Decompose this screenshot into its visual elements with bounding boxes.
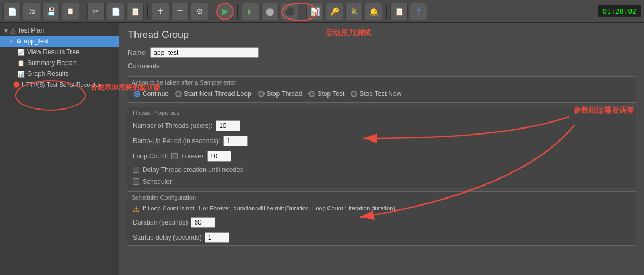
wand-button[interactable]: ⚙ — [191, 3, 208, 20]
open-button[interactable]: 🗂 — [23, 3, 40, 20]
loop-row: Loop Count: Forever — [127, 149, 636, 164]
stop-square-button[interactable]: ⬛ — [281, 3, 298, 20]
radio-continue[interactable]: Continue — [134, 90, 169, 98]
recorder-icon: ⬤ — [13, 81, 20, 88]
comments-label: Comments: — [128, 62, 161, 70]
duration-input[interactable] — [191, 217, 215, 228]
radio-label-stop-now: Stop Test Now — [359, 90, 401, 98]
table-button[interactable]: 📋 — [390, 3, 408, 20]
forever-label: Forever — [181, 152, 203, 160]
scheduler-section-title: Scheduler Configuration — [127, 192, 636, 203]
startup-label: Startup delay (seconds) — [133, 234, 202, 241]
radio-stop-test-now[interactable]: Stop Test Now — [351, 90, 401, 98]
radio-label-stop-thread: Stop Thread — [267, 90, 302, 98]
tree-arrow-2: ▼ — [9, 39, 14, 44]
add-button[interactable]: + — [152, 3, 169, 20]
thread-props-title: Thread Properties — [127, 107, 636, 118]
radio-dot-next — [175, 91, 182, 97]
tree-arrow: ▼ — [3, 28, 9, 34]
radio-stop-thread[interactable]: Stop Thread — [258, 90, 302, 98]
threads-row: Number of Threads (users): — [127, 118, 636, 133]
separator3 — [212, 4, 212, 19]
sidebar-item-test-plan[interactable]: ▼ △ Test Plan — [0, 25, 119, 36]
main-layout: ▼ △ Test Plan ▼ ⚙ app_test 📈 View Result… — [0, 23, 644, 275]
sidebar: ▼ △ Test Plan ▼ ⚙ app_test 📈 View Result… — [0, 23, 119, 275]
radio-label-stop-test: Stop Test — [317, 90, 344, 98]
scheduler-section: Scheduler Configuration ⚠ If Loop Count … — [127, 191, 636, 246]
summary-icon: 📋 — [17, 60, 25, 67]
loop-input[interactable] — [207, 151, 231, 162]
sidebar-item-view-results[interactable]: 📈 View Results Tree — [0, 47, 119, 57]
scheduler-label: Scheduler — [143, 178, 172, 186]
radio-dot-stop-now — [351, 91, 357, 97]
paste-button[interactable]: 📋 — [126, 3, 144, 20]
delay-label: Delay Thread creation until needed — [143, 166, 244, 174]
sidebar-item-label-5: Graph Results — [27, 70, 69, 78]
threads-input[interactable] — [216, 120, 240, 131]
sidebar-item-summary[interactable]: 📋 Summary Report — [0, 57, 119, 68]
copy-button[interactable]: 📄 — [107, 3, 124, 20]
separator5 — [302, 4, 302, 19]
threads-label: Number of Threads (users): — [133, 122, 212, 130]
key-button[interactable]: 🔑 — [326, 3, 343, 20]
app-test-icon: ⚙ — [16, 38, 22, 45]
separator4 — [237, 4, 238, 19]
duration-label: Duration (seconds) — [133, 219, 188, 226]
radio-row: Continue Start Next Thread Loop Stop Thr… — [127, 87, 636, 102]
warning-icon: ⚠ — [133, 205, 140, 213]
action-section: Action to be taken after a Sampler error… — [127, 76, 636, 103]
startup-row: Startup delay (seconds) — [127, 230, 636, 245]
cut-button[interactable]: ✂ — [87, 3, 105, 20]
separator6 — [386, 4, 387, 19]
sidebar-item-graph[interactable]: 📊 Graph Results — [0, 68, 119, 79]
thread-props-section: Thread Properties Number of Threads (use… — [127, 107, 636, 188]
separator2 — [147, 4, 148, 19]
test-plan-icon: △ — [11, 27, 15, 34]
broom-button[interactable]: 🔔 — [365, 3, 382, 20]
radio-dot-continue — [134, 91, 140, 97]
warning-row: ⚠ If Loop Count is not -1 or Forever, du… — [127, 203, 636, 215]
delay-checkbox[interactable] — [133, 167, 139, 173]
radio-label-continue: Continue — [143, 90, 169, 98]
help-button[interactable]: ? — [410, 3, 427, 20]
content-area: Thread Group Name: Comments: Action to b… — [119, 23, 644, 275]
bike-button[interactable]: 🚴 — [345, 3, 363, 20]
scheduler-checkbox[interactable] — [133, 178, 139, 185]
rampup-label: Ramp-Up Period (in seconds): — [133, 137, 220, 145]
comments-row: Comments: — [119, 60, 644, 72]
name-input[interactable] — [150, 47, 259, 58]
loop-label: Loop Count: — [133, 152, 168, 160]
rampup-input[interactable] — [223, 136, 248, 146]
action-section-title: Action to be taken after a Sampler error — [127, 77, 636, 87]
delay-row: Delay Thread creation until needed — [127, 164, 636, 176]
separator1 — [83, 4, 83, 19]
template-button[interactable]: 📋 — [62, 3, 79, 20]
startup-input[interactable] — [205, 232, 229, 243]
sidebar-item-app-test[interactable]: ▼ ⚙ app_test — [0, 36, 119, 47]
play-button[interactable]: ▶ — [216, 3, 234, 20]
name-row: Name: — [119, 45, 644, 60]
results-tree-icon: 📈 — [17, 49, 25, 56]
name-label: Name: — [128, 49, 147, 56]
results-button[interactable]: 📊 — [306, 3, 324, 20]
sidebar-item-label: Test Plan — [17, 27, 44, 34]
graph-icon: 📊 — [17, 71, 25, 78]
save-button[interactable]: 💾 — [42, 3, 60, 20]
timer-display: 01:20:02 — [598, 5, 641, 17]
sidebar-item-label-2: app_test — [24, 37, 49, 45]
radio-stop-test[interactable]: Stop Test — [308, 90, 344, 98]
remove-button[interactable]: − — [171, 3, 189, 20]
section-title: Thread Group — [119, 23, 644, 45]
play-no-pause-button[interactable]: ⏵ — [242, 3, 259, 20]
radio-label-next: Start Next Thread Loop — [184, 90, 252, 98]
stop-circle-button[interactable]: ⬤ — [261, 3, 279, 20]
rampup-row: Ramp-Up Period (in seconds): — [127, 133, 636, 149]
forever-checkbox[interactable] — [171, 153, 178, 159]
new-button[interactable]: 📄 — [3, 3, 21, 20]
warning-text: If Loop Count is not -1 or Forever, dura… — [143, 205, 395, 212]
sidebar-item-recorder[interactable]: ⬤ HTTP(S) Test Script Recorder — [0, 79, 119, 89]
radio-dot-stop-test — [308, 91, 315, 97]
toolbar: 📄 🗂 💾 📋 ✂ 📄 📋 + − ⚙ ▶ ⏵ ⬤ ⬛ 📊 🔑 🚴 🔔 📋 ? … — [0, 0, 644, 23]
radio-next-thread[interactable]: Start Next Thread Loop — [175, 90, 252, 98]
sidebar-item-label-3: View Results Tree — [27, 48, 80, 56]
